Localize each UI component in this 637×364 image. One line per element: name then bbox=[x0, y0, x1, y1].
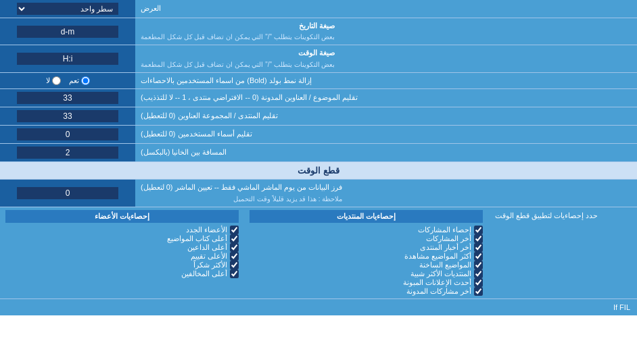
topic-titles-input[interactable] bbox=[17, 92, 118, 104]
checkbox-posts-6: المنتديات الأكثر شبية bbox=[250, 269, 483, 278]
time-format-row: صيغة الوقت بعض التكوينات يتطلب "/" التي … bbox=[0, 45, 637, 72]
time-cut-section-header: قطع الوقت bbox=[0, 162, 637, 180]
checkbox-members-6-input[interactable] bbox=[230, 269, 239, 278]
forum-titles-row: تقليم المنتدى / المجموعة العناوين (0 للت… bbox=[0, 107, 637, 126]
checkbox-members-3: أعلى الداعين bbox=[5, 243, 239, 252]
checkbox-posts-8-input[interactable] bbox=[474, 287, 483, 296]
bold-yes-radio[interactable] bbox=[81, 76, 90, 85]
spacing-row: المسافة بين الخانيا (بالبكسل) bbox=[0, 144, 637, 162]
checkbox-posts-7: أحدث الإعلانات المبونة bbox=[250, 278, 483, 287]
bold-remove-options: تعم لا bbox=[0, 73, 135, 88]
time-cut-input[interactable] bbox=[17, 187, 118, 199]
checkbox-members-4-input[interactable] bbox=[230, 252, 239, 261]
checkboxes-section: حدد إحصاءيات لتطبيق قطع الوقت إحصاءيات ا… bbox=[0, 207, 637, 299]
time-cut-row: فرز البيانات من يوم الماشر الماشي فقط --… bbox=[0, 180, 637, 207]
checkbox-members-1: الأعضاء الجدد bbox=[5, 226, 239, 234]
checkbox-posts-4-input[interactable] bbox=[474, 252, 483, 261]
forum-titles-input-cell bbox=[0, 107, 135, 125]
checkbox-posts-8: أخر مشاركات المدونة bbox=[250, 287, 483, 296]
checkbox-posts-5: المواضيع الساخنة bbox=[250, 261, 483, 269]
date-format-label: صيغة التاريخ بعض التكوينات يتطلب "/" الت… bbox=[135, 18, 637, 45]
bold-no-label[interactable]: لا bbox=[46, 76, 61, 85]
checkbox-members-1-input[interactable] bbox=[230, 226, 239, 234]
usernames-row: تقليم أسماء المستخدمين (0 للتعطيل) bbox=[0, 126, 637, 144]
spacing-input-cell bbox=[0, 144, 135, 161]
display-mode-select[interactable]: سطر واحد bbox=[17, 3, 118, 15]
display-mode-input[interactable]: سطر واحد bbox=[0, 0, 135, 18]
members-col-header: إحصاءيات الأعضاء bbox=[5, 210, 239, 223]
time-format-input[interactable] bbox=[17, 53, 118, 65]
checkbox-posts-6-input[interactable] bbox=[474, 269, 483, 278]
date-format-input-cell bbox=[0, 18, 135, 45]
checkbox-posts-3-input[interactable] bbox=[474, 243, 483, 252]
usernames-label: تقليم أسماء المستخدمين (0 للتعطيل) bbox=[135, 126, 637, 143]
usernames-input-cell bbox=[0, 126, 135, 143]
date-format-row: صيغة التاريخ بعض التكوينات يتطلب "/" الت… bbox=[0, 18, 637, 45]
time-cut-input-cell bbox=[0, 180, 135, 206]
display-mode-label: العرض bbox=[135, 0, 637, 18]
checkbox-posts-1-input[interactable] bbox=[474, 226, 483, 234]
checkbox-posts-4: أكثر المواضيع مشاهدة bbox=[250, 252, 483, 261]
members-checkboxes-col: إحصاءيات الأعضاء الأعضاء الجدد أعلى كتاب… bbox=[0, 207, 244, 298]
checkbox-posts-3: أخر أخبار المنتدى bbox=[250, 243, 483, 252]
date-format-input[interactable] bbox=[17, 26, 118, 38]
checkbox-posts-7-input[interactable] bbox=[474, 278, 483, 287]
topic-titles-input-cell bbox=[0, 89, 135, 107]
time-cut-limit-label: حدد إحصاءيات لتطبيق قطع الوقت bbox=[488, 207, 637, 298]
topic-titles-label: تقليم الموضوع / العناوين المدونة (0 -- ا… bbox=[135, 89, 637, 107]
checkbox-members-5-input[interactable] bbox=[230, 261, 239, 269]
time-format-input-cell bbox=[0, 45, 135, 72]
time-cut-label: فرز البيانات من يوم الماشر الماشي فقط --… bbox=[135, 180, 637, 206]
bottom-bar: If FIL bbox=[0, 299, 637, 315]
usernames-input[interactable] bbox=[17, 128, 118, 140]
forum-titles-label: تقليم المنتدى / المجموعة العناوين (0 للت… bbox=[135, 107, 637, 125]
checkbox-posts-2: أخر المشاركات bbox=[250, 234, 483, 243]
forum-titles-input[interactable] bbox=[17, 110, 118, 122]
bold-no-radio[interactable] bbox=[52, 76, 61, 85]
spacing-label: المسافة بين الخانيا (بالبكسل) bbox=[135, 144, 637, 161]
bold-remove-label: إزالة نمط بولد (Bold) من اسماء المستخدمي… bbox=[135, 73, 637, 88]
checkbox-members-2-input[interactable] bbox=[230, 234, 239, 243]
checkbox-members-6: أعلى المخالفين bbox=[5, 269, 239, 278]
display-mode-row: العرض سطر واحد bbox=[0, 0, 637, 18]
posts-col-header: إحصاءيات المنتديات bbox=[250, 210, 483, 223]
bold-remove-row: إزالة نمط بولد (Bold) من اسماء المستخدمي… bbox=[0, 73, 637, 89]
checkbox-posts-1: إحصاء المشاركات bbox=[250, 226, 483, 234]
checkbox-members-4: الأعلى تقييم bbox=[5, 252, 239, 261]
posts-checkboxes-col: إحصاءيات المنتديات إحصاء المشاركات أخر ا… bbox=[244, 207, 488, 298]
checkbox-members-2: أعلى كتاب المواضيع bbox=[5, 234, 239, 243]
checkbox-members-3-input[interactable] bbox=[230, 243, 239, 252]
checkbox-posts-5-input[interactable] bbox=[474, 261, 483, 269]
topic-titles-row: تقليم الموضوع / العناوين المدونة (0 -- ا… bbox=[0, 89, 637, 107]
bold-yes-label[interactable]: تعم bbox=[69, 76, 90, 85]
checkbox-members-5: الأكثر شكراً bbox=[5, 261, 239, 269]
spacing-input[interactable] bbox=[17, 147, 118, 159]
time-format-label: صيغة الوقت بعض التكوينات يتطلب "/" التي … bbox=[135, 45, 637, 72]
checkbox-posts-2-input[interactable] bbox=[474, 234, 483, 243]
